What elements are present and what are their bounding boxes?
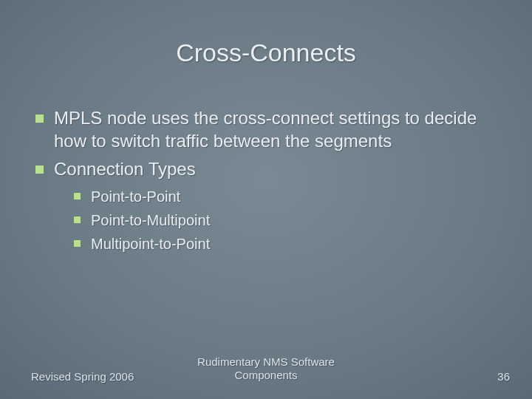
- bullet-text: Connection Types: [54, 158, 196, 181]
- slide-footer: Revised Spring 2006 Rudimentary NMS Soft…: [0, 353, 532, 383]
- footer-center-line1: Rudimentary NMS Software: [197, 355, 335, 368]
- sub-bullet-item: Multipoint-to-Point: [74, 234, 505, 253]
- footer-center-line2: Components: [234, 369, 297, 381]
- bullet-item: MPLS node uses the cross-connect setting…: [35, 107, 505, 152]
- sub-bullet-text: Multipoint-to-Point: [91, 234, 210, 253]
- bullet-text: MPLS node uses the cross-connect setting…: [54, 107, 505, 152]
- slide-number: 36: [497, 370, 510, 383]
- footer-center: Rudimentary NMS Software Components: [0, 355, 532, 383]
- bullet-item: Connection Types: [35, 158, 505, 181]
- square-bullet-icon: [35, 166, 44, 174]
- sub-list: Point-to-Point Point-to-Multipoint Multi…: [74, 187, 505, 253]
- square-bullet-icon: [35, 115, 44, 123]
- square-bullet-icon: [74, 240, 81, 247]
- sub-bullet-item: Point-to-Multipoint: [74, 211, 505, 230]
- sub-bullet-text: Point-to-Point: [91, 187, 180, 206]
- slide-body: MPLS node uses the cross-connect setting…: [35, 107, 505, 258]
- slide: Cross-Connects MPLS node uses the cross-…: [0, 0, 532, 399]
- square-bullet-icon: [74, 216, 81, 223]
- sub-bullet-item: Point-to-Point: [74, 187, 505, 206]
- slide-title: Cross-Connects: [0, 38, 532, 67]
- sub-bullet-text: Point-to-Multipoint: [91, 211, 210, 230]
- square-bullet-icon: [74, 193, 81, 200]
